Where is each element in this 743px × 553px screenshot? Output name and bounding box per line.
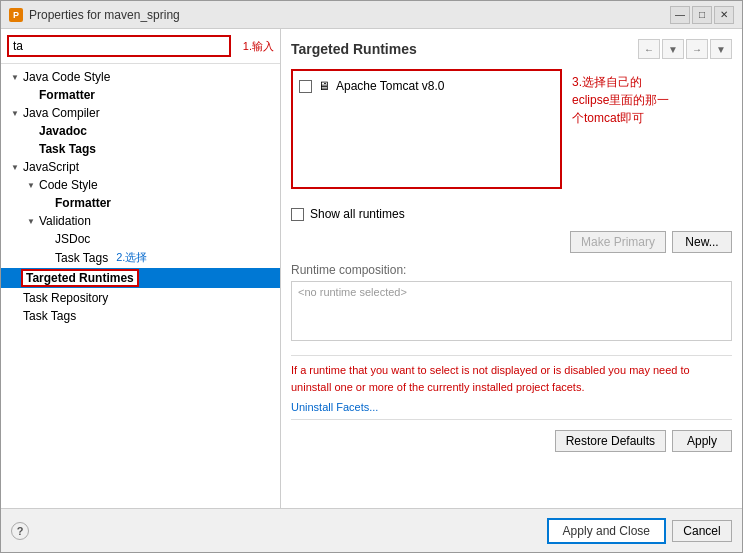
cancel-button[interactable]: Cancel <box>672 520 732 542</box>
composition-placeholder: <no runtime selected> <box>298 286 407 298</box>
restore-defaults-button[interactable]: Restore Defaults <box>555 430 666 452</box>
task-repository-label: Task Repository <box>21 291 108 305</box>
window-icon: P <box>9 8 23 22</box>
list-item[interactable]: ▼ Java Code Style <box>1 68 280 86</box>
list-item[interactable]: Targeted Runtimes <box>1 267 280 289</box>
new-button[interactable]: New... <box>672 231 732 253</box>
uninstall-link[interactable]: Uninstall Facets... <box>291 401 732 413</box>
step2-annotation: 2.选择 <box>116 250 147 265</box>
expand-icon <box>9 272 21 284</box>
tree-item-label: Java Compiler <box>21 106 100 120</box>
search-input-wrapper <box>7 35 231 57</box>
right-panel-title: Targeted Runtimes <box>291 41 417 57</box>
tree-item-label: Formatter <box>37 88 95 102</box>
tree-item-label: JSDoc <box>53 232 90 246</box>
search-box: 1.输入 <box>1 29 280 64</box>
expand-icon <box>25 125 37 137</box>
expand-icon: ▼ <box>9 107 21 119</box>
apache-tomcat-checkbox[interactable] <box>299 80 312 93</box>
java-compiler-row[interactable]: ▼ Java Compiler <box>1 105 280 121</box>
nav-forward-button[interactable]: → <box>686 39 708 59</box>
apply-and-close-button[interactable]: Apply and Close <box>547 518 666 544</box>
validation-row[interactable]: ▼ Validation <box>1 213 280 229</box>
list-item[interactable]: Formatter <box>1 194 280 212</box>
search-annotation: 1.输入 <box>243 39 274 54</box>
expand-icon: ▼ <box>9 71 21 83</box>
info-text: If a runtime that you want to select is … <box>291 362 732 395</box>
bottom-action-buttons: Restore Defaults Apply <box>291 430 732 452</box>
title-bar: P Properties for maven_spring — □ ✕ <box>1 1 742 29</box>
search-input[interactable] <box>13 39 225 53</box>
nav-dropdown-button[interactable]: ▼ <box>662 39 684 59</box>
task-repository-row[interactable]: Task Repository <box>1 290 280 306</box>
formatter-2-row[interactable]: Formatter <box>1 195 280 211</box>
expand-icon: ▼ <box>9 161 21 173</box>
list-item[interactable]: ▼ Validation <box>1 212 280 230</box>
list-item[interactable]: Javadoc <box>1 122 280 140</box>
runtime-name: Apache Tomcat v8.0 <box>336 79 445 93</box>
task-tags-1-row[interactable]: Task Tags <box>1 141 280 157</box>
runtime-action-buttons: Make Primary New... <box>291 231 732 253</box>
step3-annotation-line3: 个tomcat即可 <box>572 109 732 127</box>
window-title: Properties for maven_spring <box>29 8 180 22</box>
task-tags-3-label: Task Tags <box>21 309 76 323</box>
main-content: 1.输入 ▼ Java Code Style Formatter <box>1 29 742 508</box>
expand-icon <box>25 89 37 101</box>
separator-2 <box>291 419 732 420</box>
title-bar-left: P Properties for maven_spring <box>9 8 180 22</box>
tree-item-label: Validation <box>37 214 91 228</box>
tree-item-label: Javadoc <box>37 124 87 138</box>
minimize-button[interactable]: — <box>670 6 690 24</box>
expand-icon <box>41 233 53 245</box>
list-item[interactable]: ▼ Code Style <box>1 176 280 194</box>
runtime-list-area: 🖥 Apache Tomcat v8.0 3.选择自己的 eclipse里面的那… <box>291 69 732 199</box>
show-all-checkbox[interactable] <box>291 208 304 221</box>
runtime-composition-section: Runtime composition: <no runtime selecte… <box>291 263 732 341</box>
help-button[interactable]: ? <box>11 522 29 540</box>
tree-container[interactable]: ▼ Java Code Style Formatter <box>1 64 280 508</box>
javascript-row[interactable]: ▼ JavaScript <box>1 159 280 175</box>
jsdoc-row[interactable]: JSDoc <box>1 231 280 247</box>
runtime-item: 🖥 Apache Tomcat v8.0 <box>299 77 554 95</box>
list-item[interactable]: ▼ Java Compiler <box>1 104 280 122</box>
title-buttons: — □ ✕ <box>670 6 734 24</box>
tree-item-label: Code Style <box>37 178 98 192</box>
right-header: Targeted Runtimes ← ▼ → ▼ <box>291 39 732 59</box>
list-item[interactable]: Task Tags <box>1 307 280 325</box>
step3-annotation-line2: eclipse里面的那一 <box>572 91 732 109</box>
targeted-runtimes-row[interactable]: Targeted Runtimes <box>1 268 280 288</box>
expand-icon <box>9 292 21 304</box>
list-item[interactable]: ▼ JavaScript <box>1 158 280 176</box>
nav-back-button[interactable]: ← <box>638 39 660 59</box>
expand-icon: ▼ <box>25 215 37 227</box>
code-style-row[interactable]: ▼ Code Style <box>1 177 280 193</box>
properties-window: P Properties for maven_spring — □ ✕ 1.输入 <box>0 0 743 553</box>
expand-icon <box>41 197 53 209</box>
runtime-list-box: 🖥 Apache Tomcat v8.0 <box>291 69 562 189</box>
maximize-button[interactable]: □ <box>692 6 712 24</box>
expand-icon: ▼ <box>25 179 37 191</box>
formatter-1-row[interactable]: Formatter <box>1 87 280 103</box>
task-tags-2-row[interactable]: Task Tags 2.选择 <box>1 249 280 266</box>
make-primary-button[interactable]: Make Primary <box>570 231 666 253</box>
separator <box>291 355 732 356</box>
java-code-style-row[interactable]: ▼ Java Code Style <box>1 69 280 85</box>
targeted-runtimes-label: Targeted Runtimes <box>21 269 139 287</box>
close-button[interactable]: ✕ <box>714 6 734 24</box>
tree-item-label: Task Tags <box>53 251 108 265</box>
task-tags-3-row[interactable]: Task Tags <box>1 308 280 324</box>
list-item[interactable]: Formatter <box>1 86 280 104</box>
composition-box: <no runtime selected> <box>291 281 732 341</box>
list-item[interactable]: Task Repository <box>1 289 280 307</box>
nav-forward2-button[interactable]: ▼ <box>710 39 732 59</box>
javadoc-row[interactable]: Javadoc <box>1 123 280 139</box>
bottom-right: Apply and Close Cancel <box>547 518 732 544</box>
list-item[interactable]: JSDoc <box>1 230 280 248</box>
list-item[interactable]: Task Tags <box>1 140 280 158</box>
list-item[interactable]: Task Tags 2.选择 <box>1 248 280 267</box>
expand-icon <box>41 252 53 264</box>
expand-icon <box>25 143 37 155</box>
show-all-label: Show all runtimes <box>310 207 405 221</box>
tree-item-label: JavaScript <box>21 160 79 174</box>
apply-button[interactable]: Apply <box>672 430 732 452</box>
